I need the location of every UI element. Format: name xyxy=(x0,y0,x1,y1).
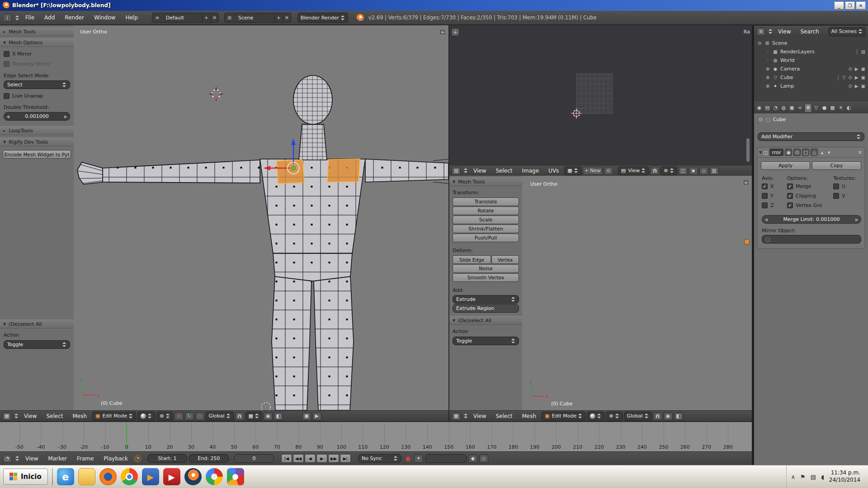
start-frame-field[interactable]: Start: 1 xyxy=(147,454,187,463)
timeline-frame-menu[interactable]: Frame xyxy=(73,454,98,463)
start-button[interactable]: Inicio xyxy=(3,469,48,485)
record-button[interactable]: ● xyxy=(403,455,412,463)
menu-help[interactable]: Help xyxy=(121,13,142,22)
scene-browse-icon[interactable]: ⊞ xyxy=(225,15,235,21)
outliner-item-scene[interactable]: ⊖ ⊞ Scene xyxy=(754,39,868,47)
blender-launcher-icon[interactable] xyxy=(184,468,202,485)
edge-select-mode-dropdown[interactable]: Select xyxy=(4,80,70,89)
axis-y-checkbox[interactable]: Y xyxy=(762,193,774,199)
editor-type-image-icon[interactable]: ▨ xyxy=(452,167,461,175)
menu-window[interactable]: Window xyxy=(90,13,119,22)
visibility-eye-icon[interactable]: ⊙ xyxy=(848,66,852,71)
manipulator-translate-icon[interactable]: + xyxy=(175,412,184,420)
playback-button[interactable]: ▶▶ xyxy=(328,454,339,463)
encode-mesh-widget-button[interactable]: Encode Mesh Widget to Pyt xyxy=(3,150,71,159)
expand-icon[interactable]: ⊕ xyxy=(765,75,770,80)
current-frame-field[interactable]: 0 xyxy=(234,454,274,463)
vertical-scrollbar[interactable] xyxy=(746,138,750,162)
uv-sync-select-icon[interactable]: ◫ xyxy=(679,167,688,175)
topology-mirror-checkbox[interactable]: Topology Mirror xyxy=(4,61,70,67)
decrement-icon[interactable]: ◀ xyxy=(6,114,9,119)
viewport-3d-main[interactable]: y x User Ortho (0) Cube + xyxy=(74,25,448,410)
slide-edge-button[interactable]: Slide Edge xyxy=(453,255,491,264)
modifier-move-up-icon[interactable]: ▴ xyxy=(819,149,825,156)
menu-file[interactable]: File xyxy=(21,13,38,22)
screen-layout-selector[interactable]: ≡ Default + ✕ xyxy=(152,13,219,23)
modifier-delete-icon[interactable]: ✕ xyxy=(857,149,863,156)
uv-view-menu[interactable]: View xyxy=(469,166,490,175)
playback-button[interactable]: ▶ xyxy=(316,454,327,463)
sync-mode-dropdown[interactable]: No Sync xyxy=(358,454,401,463)
region-expand-icon[interactable]: + xyxy=(452,29,458,35)
view-menu[interactable]: View xyxy=(20,412,41,421)
modifier-realtime-toggle-icon[interactable]: ⊙ xyxy=(793,149,801,156)
collapse-icon[interactable]: ▼ xyxy=(759,150,762,155)
view-menu[interactable]: View xyxy=(469,412,490,421)
tab-material-icon[interactable]: ● xyxy=(821,103,828,112)
merge-checkbox[interactable]: Merge xyxy=(787,183,811,189)
editor-type-dropdown-icon[interactable] xyxy=(14,413,19,418)
playback-button[interactable]: |◀ xyxy=(281,454,292,463)
menu-render[interactable]: Render xyxy=(61,13,88,22)
render-engine-dropdown[interactable]: Blender Render xyxy=(297,13,348,23)
editor-type-dropdown-icon[interactable] xyxy=(15,456,19,461)
editor-type-3dview-icon[interactable]: ▦ xyxy=(452,412,461,420)
media-player-icon[interactable]: ▶ xyxy=(142,468,159,485)
volume-icon[interactable]: ◖ xyxy=(821,474,824,480)
snap-element-dropdown[interactable]: ▦ xyxy=(245,412,262,421)
tab-render-icon[interactable]: ◉ xyxy=(755,103,763,112)
preview-range-clock-icon[interactable]: ◔ xyxy=(134,455,141,462)
smooth-vertex-button[interactable]: Smooth Vertex xyxy=(453,273,519,282)
minimize-button[interactable]: _ xyxy=(834,1,844,9)
chrome-icon[interactable] xyxy=(121,468,138,485)
panel-looptools[interactable]: ►LoopTools xyxy=(0,126,74,135)
add-layout-button[interactable]: + xyxy=(202,13,210,22)
texture-u-checkbox[interactable]: U xyxy=(833,183,845,189)
editor-type-timeline-icon[interactable]: ◔ xyxy=(3,455,12,463)
extrude-region-button[interactable]: Extrude Region xyxy=(453,304,519,313)
editor-type-dropdown-icon[interactable] xyxy=(464,413,468,418)
panel-mesh-tools[interactable]: ►Mesh Tools xyxy=(0,27,74,36)
noise-button[interactable]: Noise xyxy=(453,264,519,273)
scene-selector[interactable]: ⊞ Scene + ✕ xyxy=(224,13,291,23)
select-menu[interactable]: Select xyxy=(42,412,67,421)
tab-scene-icon[interactable]: ◔ xyxy=(772,103,779,112)
mesh-menu[interactable]: Mesh xyxy=(69,412,91,421)
panel-deselect-all-2[interactable]: ▼(De)select All xyxy=(449,316,522,325)
pin-icon[interactable]: ⊙ xyxy=(759,117,763,122)
tab-physics-icon[interactable]: ◐ xyxy=(845,103,853,112)
viewport-3d-second[interactable]: User Ortho (0) Cube y x + xyxy=(522,176,752,410)
image-browse-dropdown[interactable]: ▦ xyxy=(564,166,581,175)
push-pull-button[interactable]: Push/Pull xyxy=(453,234,519,242)
pivot-center-dropdown[interactable]: ⊕ xyxy=(156,412,173,421)
timeline-marker-menu[interactable]: Marker xyxy=(44,454,71,463)
select-menu[interactable]: Select xyxy=(491,412,516,421)
merge-limit-slider[interactable]: ◀ Merge Limit: 0.001000 ▶ xyxy=(762,215,861,224)
limit-selection-icon[interactable]: ◧ xyxy=(674,412,683,420)
renderable-camera-icon[interactable]: ▣ xyxy=(861,84,865,89)
outliner-filter-dropdown[interactable]: All Scenes xyxy=(828,27,866,36)
shrink-flatten-button[interactable]: Shrink/Flatten xyxy=(453,225,519,233)
maximize-button[interactable]: ❐ xyxy=(845,1,855,9)
insert-keyframe-icon[interactable]: ◆ xyxy=(468,455,477,463)
playback-button[interactable]: ◀◀ xyxy=(293,454,304,463)
x-mirror-checkbox[interactable]: X Mirror xyxy=(4,51,70,57)
extrude-dropdown[interactable]: Extrude xyxy=(453,295,519,304)
uv-select-menu[interactable]: Select xyxy=(491,166,516,175)
tab-texture-icon[interactable]: ▦ xyxy=(829,103,836,112)
increment-icon[interactable]: ▶ xyxy=(64,114,67,119)
pivot-center-dropdown[interactable]: ⊕ xyxy=(606,412,622,421)
uv-snap-icon[interactable]: U xyxy=(650,167,659,175)
vertex-groups-checkbox[interactable]: Vertex Gro xyxy=(787,202,822,208)
tab-particles-icon[interactable]: ✳ xyxy=(837,103,844,112)
render-opengl-anim-icon[interactable]: ▶ xyxy=(312,412,321,420)
manipulator-rotate-icon[interactable]: ↻ xyxy=(185,412,194,420)
menu-add[interactable]: Add xyxy=(40,13,59,22)
editor-type-outliner-icon[interactable]: ≣ xyxy=(756,28,765,36)
editor-type-dropdown-icon[interactable] xyxy=(15,15,19,20)
editor-type-3dview-icon[interactable]: ▦ xyxy=(2,412,11,420)
uv-uvs-menu[interactable]: UVs xyxy=(544,166,563,175)
snap-magnet-icon[interactable]: U xyxy=(653,412,662,420)
action-dropdown[interactable]: Toggle xyxy=(4,340,70,349)
editor-type-info-icon[interactable]: i xyxy=(3,14,12,22)
